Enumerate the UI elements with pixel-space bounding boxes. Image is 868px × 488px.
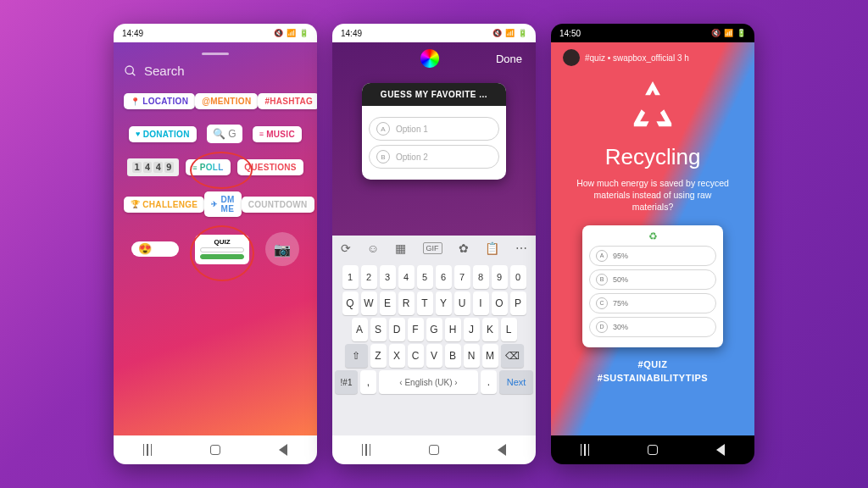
quiz-answer-b[interactable]: B50% [589,269,716,290]
quiz-option-a[interactable]: A Option 1 [369,117,499,141]
key-u[interactable]: U [454,291,470,315]
status-icons: 🔇 📶 🔋 [492,29,527,37]
story-view[interactable]: #quiz • swapbox_official 3 h Recycling H… [551,42,754,435]
key-w[interactable]: W [361,291,377,315]
sticker-questions[interactable]: QUESTIONS [237,159,303,175]
key-r[interactable]: R [398,291,415,315]
battery-icon: 🔋 [737,29,746,37]
key-6[interactable]: 6 [436,265,452,289]
avatar[interactable] [563,49,580,66]
settings-icon[interactable]: ✿ [459,241,469,255]
nav-recents[interactable] [362,444,371,456]
nav-recents[interactable] [143,444,153,456]
quiz-question-input[interactable]: GUESS MY FAVORITE ... [362,83,506,106]
key-f[interactable]: F [408,318,424,341]
camera-button[interactable]: 📷 [265,232,299,266]
nav-home[interactable] [648,445,658,455]
sticker-time[interactable]: 1 4 4 9 [127,158,179,176]
key-1[interactable]: 1 [342,265,359,289]
key-s[interactable]: S [370,318,387,341]
key-z[interactable]: Z [370,344,387,368]
key-x[interactable]: X [389,344,405,368]
color-picker[interactable] [420,49,439,68]
key-next[interactable]: Next [499,370,533,394]
quiz-option-b[interactable]: B Option 2 [369,145,499,169]
key-i[interactable]: I [473,291,489,315]
emoji-picker-icon[interactable]: ☺ [367,241,379,255]
sticker-gif[interactable]: 🔍 G [207,125,242,143]
key-v[interactable]: V [426,344,442,368]
key-l[interactable]: L [501,318,517,341]
quiz-answer-d[interactable]: D30% [589,317,716,337]
sticker-hashtag[interactable]: #HASHTAG [258,93,317,109]
key-comma[interactable]: , [360,370,376,394]
key-p[interactable]: P [510,291,526,315]
key-t[interactable]: T [417,291,433,315]
nav-back[interactable] [279,444,287,456]
key-5[interactable]: 5 [417,265,433,289]
done-button[interactable]: Done [496,53,522,65]
sticker-mention[interactable]: @MENTION [195,93,258,109]
nav-home[interactable] [429,445,439,455]
key-symbols[interactable]: !#1 [335,370,358,394]
clipboard-icon[interactable]: 📋 [485,241,499,255]
key-h[interactable]: H [445,318,461,341]
gif-picker-icon[interactable]: GIF [423,242,442,254]
key-9[interactable]: 9 [492,265,508,289]
sticker-donation[interactable]: ♥ DONATION [129,126,197,142]
key-period[interactable]: . [481,370,497,394]
sticker-dmme[interactable]: ✈ DM ME [204,191,241,217]
key-d[interactable]: D [389,318,405,341]
story-hashtags[interactable]: #QUIZ #SUSTAINABILITYTIPS [598,358,708,385]
keyboard-more-icon[interactable]: ⋯ [515,241,527,255]
quiz-answer-c[interactable]: C75% [589,293,716,313]
quiz-card: ♻ A95%B50%C75%D30% [582,225,723,347]
sticker-challenge[interactable]: 🏆 CHALLENGE [124,197,204,213]
key-7[interactable]: 7 [454,265,470,289]
story-header[interactable]: #quiz • swapbox_official 3 h [563,49,743,66]
sticker-quiz[interactable]: QUIZ [195,235,249,264]
nav-back[interactable] [498,444,506,456]
sticker-emoji-slider[interactable] [131,241,179,257]
android-navbar [551,435,754,464]
key-n[interactable]: N [464,344,480,368]
status-bar: 14:49 🔇 📶 🔋 [332,24,536,42]
sticker-location[interactable]: 📍 LOCATION [124,93,195,109]
key-4[interactable]: 4 [398,265,415,289]
nav-recents[interactable] [581,444,590,456]
key-a[interactable]: A [352,318,368,341]
key-o[interactable]: O [492,291,508,315]
battery-icon: 🔋 [299,29,309,37]
quiz-answer-a[interactable]: A95% [589,246,716,266]
predict-icon[interactable]: ⟳ [341,241,351,255]
key-y[interactable]: Y [436,291,452,315]
heart-icon: ♥ [136,130,141,138]
key-shift[interactable]: ⇧ [345,344,368,368]
key-space[interactable]: ‹ English (UK) › [379,370,478,394]
key-b[interactable]: B [445,344,461,368]
key-8[interactable]: 8 [473,265,489,289]
sticker-music[interactable]: ≡ MUSIC [253,126,302,142]
sticker-poll[interactable]: ≡ POLL [186,159,230,175]
sticker-picker-icon[interactable]: ▦ [395,241,406,255]
drag-handle[interactable] [202,53,229,55]
story-canvas[interactable]: Done GUESS MY FAVORITE ... A Option 1 B … [332,42,536,236]
nav-back[interactable] [716,444,725,456]
key-k[interactable]: K [482,318,498,341]
key-q[interactable]: Q [342,291,359,315]
search-input[interactable]: Search [124,64,307,78]
nav-home[interactable] [210,445,220,455]
gif-search-icon: 🔍 G [213,128,236,140]
key-c[interactable]: C [408,344,424,368]
sticker-countdown[interactable]: COUNTDOWN [242,197,314,213]
quiz-widget[interactable]: GUESS MY FAVORITE ... A Option 1 B Optio… [362,83,506,180]
location-icon: 📍 [131,97,140,106]
key-g[interactable]: G [426,318,442,341]
key-2[interactable]: 2 [361,265,377,289]
key-0[interactable]: 0 [510,265,526,289]
key-backspace[interactable]: ⌫ [501,344,524,368]
key-e[interactable]: E [380,291,396,315]
key-j[interactable]: J [464,318,480,341]
key-3[interactable]: 3 [380,265,396,289]
key-m[interactable]: M [482,344,498,368]
